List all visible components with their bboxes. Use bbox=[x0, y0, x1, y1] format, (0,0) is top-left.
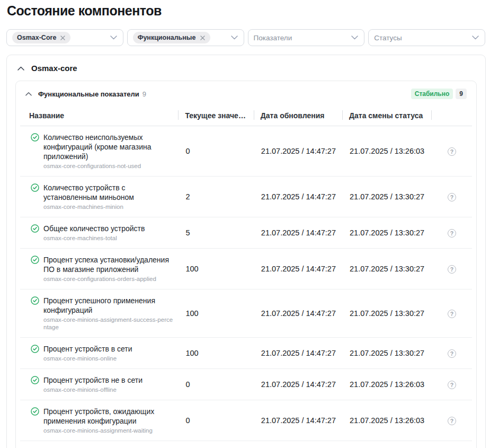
metric-updated-date: 21.07.2025 / 14:47:27 bbox=[254, 289, 343, 338]
metric-status-change-date: 21.07.2025 / 13:30:27 bbox=[343, 217, 432, 249]
metric-current-value: 0 bbox=[179, 126, 254, 177]
group-count: 9 bbox=[142, 90, 146, 98]
status-ok-icon bbox=[31, 345, 39, 353]
table-row: Количество неиспользуемых конфигураций (… bbox=[20, 126, 472, 177]
help-icon[interactable] bbox=[448, 147, 456, 156]
metric-code: osmax-core-configurations-orders-applied bbox=[43, 275, 173, 283]
groups-filter-chip[interactable]: Функциональные bbox=[133, 32, 210, 43]
indicators-filter-placeholder: Показатели bbox=[254, 34, 292, 42]
status-count-badge: 9 bbox=[456, 89, 467, 99]
status-ok-icon bbox=[31, 224, 39, 233]
metric-name: Процент успешного применения конфигураци… bbox=[43, 296, 173, 315]
help-icon[interactable] bbox=[448, 349, 456, 358]
help-icon[interactable] bbox=[448, 310, 456, 318]
metric-code: osmax-core-configurations-not-used bbox=[43, 162, 173, 170]
metric-updated-date: 21.07.2025 / 14:47:27 bbox=[254, 338, 343, 369]
metric-name: Количество неиспользуемых конфигураций (… bbox=[43, 133, 173, 161]
metric-status-change-date: 21.07.2025 / 13:30:27 bbox=[343, 289, 432, 338]
component-title: Osmax-core bbox=[31, 64, 77, 73]
metrics-table: Название Текущее значен... Дата обновлен… bbox=[20, 104, 472, 448]
metric-code: osmax-core-machines-total bbox=[43, 234, 145, 242]
metric-current-value: 2 bbox=[179, 177, 254, 217]
metric-updated-date: 21.07.2025 / 14:47:27 bbox=[254, 369, 343, 400]
metric-code: osmax-core-minions-online bbox=[43, 355, 132, 362]
metric-status-change-date: 21.07.2025 / 13:30:27 bbox=[343, 177, 432, 217]
component-panel-header[interactable]: Osmax-core bbox=[7, 55, 485, 80]
column-header-updated-date: Дата обновления bbox=[254, 104, 343, 126]
groups-filter-chip-label: Функциональные bbox=[138, 34, 196, 41]
status-ok-icon bbox=[31, 133, 39, 142]
metric-updated-date: 21.07.2025 / 14:47:27 bbox=[254, 249, 343, 289]
metric-code: osmax-core-minions-offline bbox=[43, 386, 142, 393]
filters-bar: Osmax-Core Функциональные Показатели Ста… bbox=[6, 29, 485, 46]
help-icon[interactable] bbox=[448, 265, 456, 274]
table-row: Общее количество устройств osmax-core-ma… bbox=[20, 217, 472, 249]
status-ok-icon bbox=[31, 256, 39, 264]
table-row: Процент успешного применения конфигураци… bbox=[20, 289, 472, 338]
help-icon[interactable] bbox=[448, 193, 456, 201]
table-row: Процент устройств в сети osmax-core-mini… bbox=[20, 338, 472, 369]
remove-chip-icon[interactable] bbox=[60, 35, 66, 41]
column-header-name: Название bbox=[20, 104, 179, 126]
chevron-up-icon[interactable] bbox=[25, 92, 32, 96]
indicators-filter[interactable]: Показатели bbox=[248, 29, 365, 46]
metric-name: Процент устройств, ожидающих применения … bbox=[43, 407, 173, 426]
statuses-filter-placeholder: Статусы bbox=[374, 34, 402, 42]
metric-current-value: 100 bbox=[179, 289, 254, 338]
metric-status-change-date: 21.07.2025 / 13:26:03 bbox=[343, 400, 432, 441]
metric-current-value: 100 bbox=[179, 249, 254, 289]
metric-code: osmax-core-machines-minion bbox=[43, 203, 173, 210]
chevron-down-icon bbox=[110, 36, 117, 40]
help-icon[interactable] bbox=[448, 381, 456, 389]
column-header-actions bbox=[432, 104, 472, 126]
status-ok-icon bbox=[31, 183, 39, 192]
table-header-row: Название Текущее значен... Дата обновлен… bbox=[20, 104, 472, 126]
metric-current-value: 100 bbox=[179, 338, 254, 369]
help-icon[interactable] bbox=[448, 417, 456, 425]
metric-updated-date: 21.07.2025 / 14:47:27 bbox=[254, 400, 343, 441]
metric-status-change-date: 21.07.2025 / 13:30:27 bbox=[343, 249, 432, 289]
metric-updated-date: 21.07.2025 / 14:47:27 bbox=[254, 126, 343, 177]
component-panel: Osmax-core Функциональные показатели 9 С… bbox=[6, 55, 486, 448]
table-row: Процент устройств не в сети osmax-core-m… bbox=[20, 369, 472, 400]
remove-chip-icon[interactable] bbox=[200, 35, 206, 41]
column-header-current-value: Текущее значен... bbox=[179, 104, 254, 126]
metric-name: Процент устройств в сети bbox=[43, 344, 132, 354]
chevron-down-icon bbox=[351, 36, 358, 40]
metric-updated-date: 21.07.2025 / 14:47:27 bbox=[254, 217, 343, 249]
status-ok-icon bbox=[31, 407, 39, 416]
chevron-down-icon bbox=[472, 36, 479, 40]
table-row: Процент устройств с ошибкой применения к… bbox=[20, 441, 472, 448]
metric-name: Количество устройств с установленным мин… bbox=[43, 183, 173, 202]
group-title: Функциональные показатели bbox=[38, 90, 139, 98]
metric-status-change-date: 21.07.2025 / 13:26:03 bbox=[343, 441, 432, 448]
table-row: Процент успеха установки/удаления ПО в м… bbox=[20, 249, 472, 289]
metric-code: osmax-core-minions-assignment-waiting bbox=[43, 427, 173, 434]
metric-code: osmax-core-minions-assignment-success-pe… bbox=[43, 316, 173, 331]
metric-updated-date: 21.07.2025 / 14:47:27 bbox=[254, 177, 343, 217]
metric-name: Общее количество устройств bbox=[43, 224, 145, 233]
components-filter[interactable]: Osmax-Core bbox=[6, 29, 123, 46]
column-header-status-change-date: Дата смены статуса bbox=[343, 104, 432, 126]
indicator-group-card: Функциональные показатели 9 Стабильно 9 … bbox=[15, 81, 477, 448]
metric-status-change-date: 21.07.2025 / 13:30:27 bbox=[343, 338, 432, 369]
metrics-table-body: Количество неиспользуемых конфигураций (… bbox=[20, 126, 472, 448]
chevron-up-icon[interactable] bbox=[17, 66, 24, 71]
components-filter-chip-label: Osmax-Core bbox=[17, 34, 56, 41]
components-filter-chip[interactable]: Osmax-Core bbox=[12, 32, 70, 43]
help-icon[interactable] bbox=[448, 229, 456, 238]
metric-current-value: 0 bbox=[179, 369, 254, 400]
metric-status-change-date: 21.07.2025 / 13:26:03 bbox=[343, 369, 432, 400]
status-ok-icon bbox=[31, 376, 39, 384]
indicator-group-header[interactable]: Функциональные показатели 9 Стабильно 9 bbox=[16, 81, 476, 104]
table-row: Процент устройств, ожидающих применения … bbox=[20, 400, 472, 441]
status-badge: Стабильно bbox=[411, 89, 453, 99]
metric-current-value: 0 bbox=[179, 441, 254, 448]
statuses-filter[interactable]: Статусы bbox=[368, 29, 485, 46]
groups-filter[interactable]: Функциональные bbox=[127, 29, 244, 46]
status-ok-icon bbox=[31, 296, 39, 305]
metric-current-value: 0 bbox=[179, 400, 254, 441]
metric-name: Процент устройств не в сети bbox=[43, 375, 142, 385]
chevron-down-icon bbox=[231, 36, 238, 40]
metric-status-change-date: 21.07.2025 / 13:26:03 bbox=[343, 126, 432, 177]
